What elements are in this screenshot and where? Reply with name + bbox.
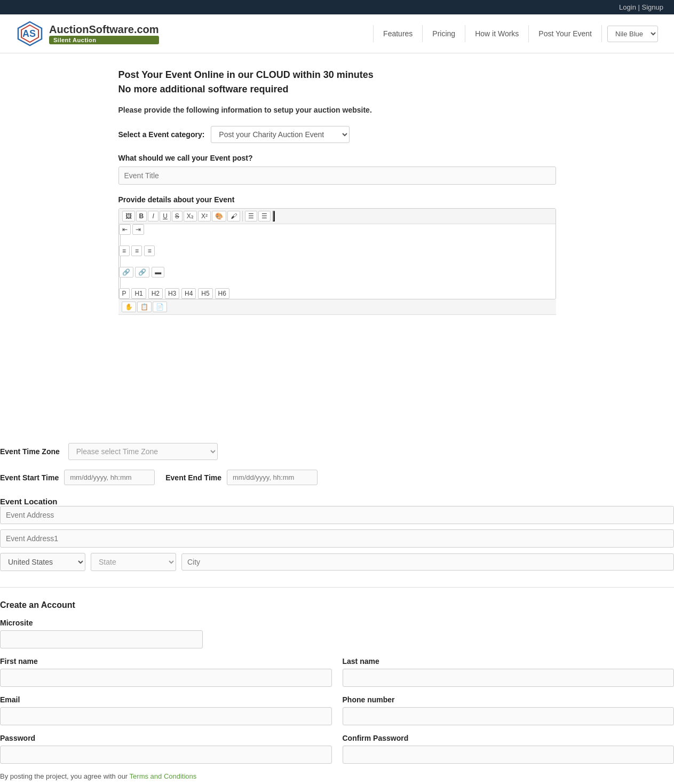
last-name-group: Last name <box>343 657 675 695</box>
event-title-group: What should we call your Event post? <box>118 154 556 185</box>
end-time-input[interactable] <box>227 470 318 485</box>
toolbar-undo-btn[interactable]: ✋ <box>122 302 136 312</box>
toolbar-h1-btn[interactable]: H1 <box>131 288 146 299</box>
svg-text:AS: AS <box>22 28 36 39</box>
account-title: Create an Account <box>0 600 674 610</box>
event-address-input[interactable] <box>0 506 674 524</box>
event-category-select[interactable]: Post your Charity Auction Event Silent A… <box>211 126 350 143</box>
name-row: First name Last name <box>0 657 674 695</box>
event-title-input[interactable] <box>118 167 556 185</box>
toolbar-h3-btn[interactable]: H3 <box>165 288 179 299</box>
toolbar-ul-btn[interactable]: ☰ <box>245 211 257 221</box>
logo-area: AS AuctionSoftware.com Silent Auction <box>16 20 159 47</box>
time-row: Event Start Time Event End Time <box>0 470 674 485</box>
country-select[interactable]: United States Canada United Kingdom Aust… <box>0 553 85 571</box>
toolbar-paste-btn[interactable]: 📄 <box>153 302 167 312</box>
toolbar-link-btn[interactable]: 🔗 <box>119 267 133 278</box>
toolbar-outdent-btn[interactable]: ⇤ <box>119 224 131 235</box>
event-details-group: Provide details about your Event 🖼 B I U… <box>118 195 556 384</box>
toolbar-hr-btn[interactable]: ▬ <box>152 267 164 278</box>
toolbar-ol-btn[interactable]: ☰ <box>258 211 271 221</box>
event-title-section-label: What should we call your Event post? <box>118 154 556 162</box>
toolbar-bold-btn[interactable]: B <box>136 211 147 221</box>
nav-pricing[interactable]: Pricing <box>423 25 465 42</box>
main-nav: Features Pricing How it Works Post Your … <box>373 25 658 42</box>
microsite-input[interactable] <box>0 630 203 648</box>
toolbar-sep-5 <box>120 278 121 288</box>
location-group: Event Location United States Canada Unit… <box>0 497 674 571</box>
terms-text-pre: By posting the project, you agree with o… <box>0 772 130 780</box>
event-address1-input[interactable] <box>0 529 674 548</box>
password-row: Password Confirm Password <box>0 734 674 772</box>
email-label: Email <box>0 695 332 704</box>
logo-text: AuctionSoftware.com Silent Auction <box>49 23 159 44</box>
timezone-select[interactable]: Please select Time Zone Eastern Time (US… <box>68 443 218 460</box>
toolbar-sup-btn[interactable]: X² <box>198 211 211 221</box>
state-select[interactable]: State Alabama Alaska Arizona California … <box>91 553 176 571</box>
toolbar-highlight-btn[interactable]: 🖌 <box>227 211 240 221</box>
top-bar-separator: | <box>638 3 642 11</box>
city-input[interactable] <box>181 553 674 571</box>
password-group: Password <box>0 734 332 772</box>
toolbar-image-btn[interactable]: 🖼 <box>122 211 135 221</box>
logo-name: AuctionSoftware.com <box>49 23 159 36</box>
category-label: Select a Event category: <box>118 130 205 139</box>
login-link[interactable]: Login <box>619 3 636 11</box>
email-group: Email <box>0 695 332 734</box>
toolbar-sep-1 <box>242 211 243 221</box>
toolbar-color-btn[interactable]: 🎨 <box>212 211 226 221</box>
last-name-label: Last name <box>343 657 675 666</box>
toolbar-sub-btn[interactable]: X₂ <box>184 211 197 221</box>
start-time-group: Event Start Time <box>0 470 155 485</box>
toolbar-italic-btn[interactable]: I <box>148 211 158 221</box>
last-name-input[interactable] <box>343 669 675 687</box>
signup-link[interactable]: Signup <box>642 3 663 11</box>
toolbar-sep-3 <box>120 235 121 246</box>
password-input[interactable] <box>0 746 332 764</box>
start-time-input[interactable] <box>64 470 155 485</box>
end-time-group: Event End Time <box>165 470 318 485</box>
toolbar-unlink-btn[interactable]: 🔗 <box>135 267 149 278</box>
email-input[interactable] <box>0 707 332 725</box>
phone-input[interactable] <box>343 707 675 725</box>
toolbar-sep-2 <box>273 211 275 221</box>
nav-post-event[interactable]: Post Your Event <box>529 25 602 42</box>
timezone-row: Event Time Zone Please select Time Zone … <box>0 443 674 460</box>
first-name-label: First name <box>0 657 332 666</box>
toolbar-h2-btn[interactable]: H2 <box>148 288 163 299</box>
logo-icon: AS <box>16 20 44 47</box>
terms-link[interactable]: Terms and Conditions <box>130 772 197 780</box>
toolbar-strike-btn[interactable]: S <box>172 211 183 221</box>
toolbar-underline-btn[interactable]: U <box>160 211 171 221</box>
section-divider <box>0 587 674 588</box>
toolbar-h5-btn[interactable]: H5 <box>198 288 212 299</box>
nav-features[interactable]: Features <box>373 25 423 42</box>
main-content: Post Your Event Online in our CLOUD with… <box>108 69 567 427</box>
event-details-label: Provide details about your Event <box>118 195 556 204</box>
timezone-label: Event Time Zone <box>0 447 60 456</box>
location-section-title: Event Location <box>0 497 58 506</box>
toolbar-p-btn[interactable]: P <box>119 288 130 299</box>
confirm-password-label: Confirm Password <box>343 734 675 742</box>
toolbar-copy-btn[interactable]: 📋 <box>137 302 152 312</box>
page-instruction: Please provide the following information… <box>118 106 556 114</box>
location-country-state-city: United States Canada United Kingdom Aust… <box>0 553 674 571</box>
terms-text: By posting the project, you agree with o… <box>0 772 674 780</box>
headline-1: Post Your Event Online in our CLOUD with… <box>118 69 556 81</box>
theme-select[interactable]: Nile Blue Classic Modern <box>607 26 658 42</box>
toolbar-align-center-btn[interactable]: ≡ <box>131 246 142 256</box>
nav-how-it-works[interactable]: How it Works <box>465 25 529 42</box>
toolbar-h6-btn[interactable]: H6 <box>215 288 229 299</box>
start-time-label: Event Start Time <box>0 473 59 482</box>
editor-body[interactable] <box>118 315 556 384</box>
toolbar-indent-btn[interactable]: ⇥ <box>132 224 144 235</box>
first-name-input[interactable] <box>0 669 332 687</box>
editor-toolbar-row2: ✋ 📋 📄 <box>118 299 556 315</box>
top-bar: Login | Signup <box>0 0 674 14</box>
toolbar-align-left-btn[interactable]: ≡ <box>119 246 130 256</box>
toolbar-h4-btn[interactable]: H4 <box>181 288 196 299</box>
editor-toolbar: 🖼 B I U S X₂ X² 🎨 🖌 ☰ ☰ <box>119 209 556 224</box>
confirm-password-input[interactable] <box>343 746 675 764</box>
toolbar-align-right-btn[interactable]: ≡ <box>144 246 155 256</box>
microsite-label: Microsite <box>0 619 674 627</box>
